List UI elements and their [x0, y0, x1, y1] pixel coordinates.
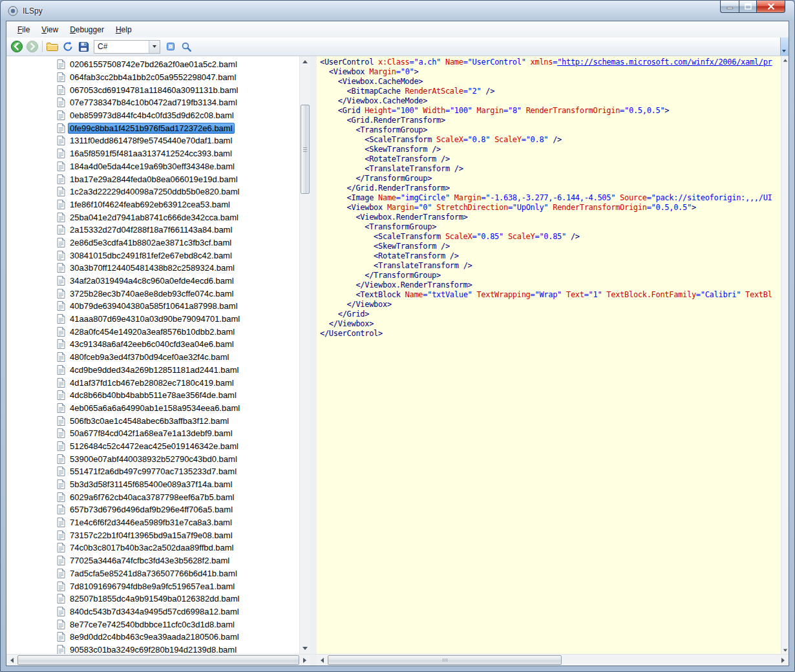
tree-item-baml-file[interactable]: 30a3b70ff124405481438b82c2589324.baml: [57, 262, 299, 275]
tree-item-baml-file[interactable]: 41aaa807d69e4310a03d90be79094701.baml: [57, 313, 299, 326]
code-scrollbar-track[interactable]: [781, 64, 789, 646]
tree-item-baml-file[interactable]: 480fceb9a3ed4f37b0d94cef0ae32f4c.baml: [57, 351, 299, 364]
forward-button[interactable]: [25, 39, 40, 54]
tree-horizontal-scrollbar[interactable]: [6, 654, 310, 666]
tree-item-baml-file[interactable]: 064fab3cc2bb4a1bb2c05a9552298047.baml: [57, 71, 299, 84]
tree-item-baml-file[interactable]: 53900e07abf440038932b52790c43bd0.baml: [57, 452, 299, 465]
tree-item-baml-file[interactable]: 1c2a3d22229d40098a7250ddb5b0e820.baml: [57, 185, 299, 198]
baml-file-name: 74c0b3c8017b40b3ac2a502daa89ffbd.baml: [69, 543, 235, 552]
tree-item-baml-file[interactable]: 77025a3446a74fcfbc3fd43e3b5628f2.baml: [57, 554, 299, 567]
misc-tool-button[interactable]: [163, 39, 178, 54]
tree-item-baml-file[interactable]: 0fe99c8bba1f4251b976f5ad172372e6.baml: [57, 121, 299, 134]
tree-item-baml-file[interactable]: 4d1af37fd1cb467eb28082ec7180c419.baml: [57, 376, 299, 389]
tree-item-baml-file[interactable]: 8e9d0dd2c4bb463c9ea39aada2180506.baml: [57, 631, 299, 644]
tree-item-baml-file[interactable]: 657b73d6796d496daf9b296e4ff706a5.baml: [57, 503, 299, 516]
tree-item-baml-file[interactable]: 8e77ce7e742540bdbbce11cfc0c3d1d8.baml: [57, 618, 299, 631]
tree-item-baml-file[interactable]: 74c0b3c8017b40b3ac2a502daa89ffbd.baml: [57, 541, 299, 554]
tree-item-baml-file[interactable]: 82507b1855dc4a9b91549ba0126382dd.baml: [57, 593, 299, 605]
tree-item-baml-file[interactable]: 30841015dbc2491f81fef2e67ebd8c42.baml: [57, 249, 299, 262]
tree-item-baml-file[interactable]: 16a5f8591f5f481aa3137412524cc393.baml: [57, 147, 299, 160]
scroll-right-button[interactable]: [299, 655, 310, 666]
language-selector[interactable]: C#: [94, 40, 160, 54]
tree-item-baml-file[interactable]: 1311f0edd861478f9e5745440e70daf1.baml: [57, 134, 299, 147]
decompiled-code-pane[interactable]: <UserControl x:Class="a.ch" Name="UserCo…: [317, 56, 789, 654]
tree-item-baml-file[interactable]: 0eb859973d844fc4b4c0fd35d9d62c08.baml: [57, 109, 299, 122]
baml-document-icon: [57, 403, 65, 413]
tree-scrollbar-thumb[interactable]: [301, 105, 310, 194]
tree-item-baml-file[interactable]: 50a677f84cd042f1a68ea7e1a13debf9.baml: [57, 427, 299, 440]
tree-scrollbar-track[interactable]: [300, 67, 310, 643]
tree-hscrollbar-track[interactable]: [17, 655, 299, 666]
tree-item-baml-file[interactable]: 428a0fc454e14920a3eaf8576b10dbb2.baml: [57, 325, 299, 338]
code-line: <TransformGroup>: [320, 125, 781, 135]
tree-item-baml-file[interactable]: 4cd9be9dded34a269b12851181ad2441.baml: [57, 364, 299, 377]
tree-item-baml-file[interactable]: 43c91348a6af42eeb6c040cfd3ea04e6.baml: [57, 338, 299, 351]
toolbar-overflow-button[interactable]: [780, 37, 789, 56]
scroll-down-button[interactable]: [781, 646, 789, 654]
code-vertical-scrollbar[interactable]: [781, 56, 789, 654]
tree-item-baml-file[interactable]: 25ba041e2d7941ab8741c666de342cca.baml: [57, 211, 299, 224]
tree-vertical-scrollbar[interactable]: [299, 56, 310, 654]
scroll-right-button[interactable]: [778, 655, 789, 666]
search-button[interactable]: [178, 39, 194, 54]
tree-item-baml-file[interactable]: 7ad5cfa5e85241d8a736507766b6d41b.baml: [57, 567, 299, 580]
tree-item-baml-file[interactable]: 067053cd69194781a118460a3091131b.baml: [57, 83, 299, 96]
menu-item-debugger[interactable]: Debugger: [64, 23, 110, 36]
tree-item-baml-file[interactable]: 551471f2a6db497c99770ac7135233d7.baml: [57, 465, 299, 478]
tree-item-baml-file[interactable]: 840dc543b7d3434a9495d57cd6998a12.baml: [57, 605, 299, 618]
tree-item-baml-file[interactable]: 3725b28ec3b740ae8e8deb93cffe074c.baml: [57, 287, 299, 300]
tree-item-baml-file[interactable]: 1ba17e29a2844feda0b8ea066019e19d.baml: [57, 173, 299, 185]
tree-item-baml-file[interactable]: 2a15332d27d04f288f18a7f661143a84.baml: [57, 224, 299, 236]
tree-item-baml-file[interactable]: 5126484c52c4472eac425e019146342e.baml: [57, 440, 299, 453]
tree-item-baml-file[interactable]: 07e7738347b84c10b0472ad719fb3134.baml: [57, 96, 299, 109]
minimize-button[interactable]: [720, 1, 739, 13]
menu-item-view[interactable]: View: [36, 23, 64, 36]
titlebar[interactable]: ILSpy: [1, 1, 794, 21]
open-file-button[interactable]: [45, 39, 60, 54]
scroll-down-button[interactable]: [300, 643, 310, 654]
baml-document-icon: [57, 467, 65, 476]
pane-splitter[interactable]: [310, 56, 317, 654]
back-button[interactable]: [9, 39, 25, 54]
tree-item-baml-file[interactable]: 5b3d3d58f31145f685400e089a37f14a.baml: [57, 478, 299, 491]
main-area: 02061557508742e7bd26a2f0ae01a5c2.baml064…: [6, 56, 789, 654]
tree-item-baml-file[interactable]: 73157c22b1f04f13965bd9a15a7f9e08.baml: [57, 529, 299, 541]
tree-item-baml-file[interactable]: 1fe86f10f4624feab692eb63912cea53.baml: [57, 198, 299, 211]
tree-item-baml-file[interactable]: 34af2a0319494a4c8c960a0efde4ecd6.baml: [57, 275, 299, 288]
baml-document-icon: [57, 72, 65, 82]
baml-document-icon: [57, 187, 65, 196]
baml-document-icon: [57, 110, 65, 120]
xaml-code-view[interactable]: <UserControl x:Class="a.ch" Name="UserCo…: [317, 56, 781, 654]
maximize-button[interactable]: [739, 1, 756, 13]
scroll-up-button[interactable]: [781, 56, 789, 64]
baml-document-icon: [57, 276, 65, 286]
code-line: <Viewbox Margin="0">: [320, 67, 781, 77]
tree-item-baml-file[interactable]: 02061557508742e7bd26a2f0ae01a5c2.baml: [57, 58, 299, 71]
tree-item-baml-file[interactable]: 2e86d5e3cdfa41b8802ae3871c3fb3cf.baml: [57, 236, 299, 249]
code-line: </UserControl>: [320, 329, 781, 339]
tree-item-baml-file[interactable]: 6029a6f762cb40aca3787798eef6a7b5.baml: [57, 490, 299, 503]
tree-item-baml-file[interactable]: 90583c01ba3249c69f280b194d2139d8.baml: [57, 644, 299, 654]
scroll-left-button[interactable]: [6, 655, 17, 666]
menu-item-file[interactable]: File: [12, 23, 36, 36]
code-horizontal-scrollbar[interactable]: [317, 654, 789, 666]
scroll-left-button[interactable]: [317, 655, 328, 666]
scroll-up-button[interactable]: [300, 56, 310, 67]
language-selector-dropdown-button[interactable]: [149, 41, 160, 53]
refresh-button[interactable]: [60, 39, 76, 54]
tree-item-baml-file[interactable]: 7d81091696794fdb8e9a9fc519657ea1.baml: [57, 580, 299, 593]
code-hscrollbar-thumb[interactable]: [328, 655, 562, 665]
code-hscrollbar-track[interactable]: [328, 655, 778, 666]
baml-document-icon: [57, 251, 65, 260]
tree-item-baml-file[interactable]: 4eb065a6a6a64990ab1e158a9534eea6.baml: [57, 402, 299, 415]
tree-item-baml-file[interactable]: 71e4c6f6f2d3446ea5989fb31e7ca8a3.baml: [57, 516, 299, 529]
baml-file-name: 2a15332d27d04f288f18a7f661143a84.baml: [69, 225, 233, 235]
save-button[interactable]: [76, 39, 91, 54]
tree-item-baml-file[interactable]: 184a4d0e5da44ce19a69b30eff34348e.baml: [57, 160, 299, 173]
close-button[interactable]: [756, 1, 785, 13]
tree-hscrollbar-thumb[interactable]: [17, 655, 299, 665]
tree-item-baml-file[interactable]: 4dc8b66b40bb4babb511e78ae356f4de.baml: [57, 389, 299, 402]
tree-item-baml-file[interactable]: 40b79de639404380a585f10641a87998.baml: [57, 300, 299, 313]
menu-item-help[interactable]: Help: [110, 23, 138, 36]
tree-item-baml-file[interactable]: 506fb3c0ae1c4548abec6b3affba3f12.baml: [57, 414, 299, 427]
